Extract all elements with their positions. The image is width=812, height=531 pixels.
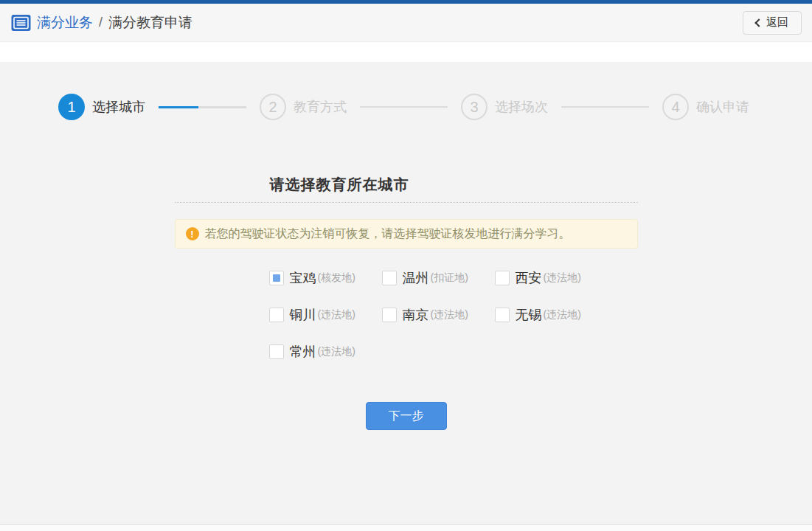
checkbox-unchecked-icon[interactable] [269,308,284,322]
city-options-grid: 宝鸡 (核发地) 温州 (扣证地) 西安 (违法地) 铜川 (违法地) 南京 [269,268,616,379]
step-1-circle: 1 [58,94,85,120]
back-button[interactable]: 返回 [743,11,802,35]
step-connector-3 [561,106,649,108]
app-header: 满分业务 / 满分教育申请 返回 [0,4,812,42]
page-title: 请选择教育所在城市 [270,175,638,195]
step-connector-2 [360,106,448,108]
step-4-confirm: 4 确认申请 [662,94,749,120]
step-3-label: 选择场次 [495,98,548,116]
step-2-circle: 2 [260,94,286,120]
wizard-stepper: 1 选择城市 2 教育方式 3 选择场次 4 确认申请 [0,62,812,120]
warning-exclamation-icon: ! [186,227,199,240]
step-connector-1 [159,106,246,108]
city-name: 宝鸡 [290,269,316,287]
city-option-wuxi[interactable]: 无锡 (违法地) [495,305,608,324]
main-panel: 1 选择城市 2 教育方式 3 选择场次 4 确认申请 请选择教育所在城市 ! … [0,62,812,525]
list-card-icon [11,14,31,32]
next-step-button[interactable]: 下一步 [366,402,447,430]
step-3-select-session: 3 选择场次 [461,94,548,120]
city-name: 铜川 [290,306,316,324]
checkbox-unchecked-icon[interactable] [495,308,510,322]
step-4-circle: 4 [662,94,689,120]
content-area: 请选择教育所在城市 ! 若您的驾驶证状态为注销可恢复，请选择驾驶证核发地进行满分… [175,175,638,430]
step-2-education-mode: 2 教育方式 [260,94,347,120]
back-button-label: 返回 [766,15,788,30]
city-name: 温州 [403,269,429,287]
step-4-label: 确认申请 [696,98,749,116]
notice-text: 若您的驾驶证状态为注销可恢复，请选择驾驶证核发地进行满分学习。 [205,226,571,242]
city-name: 西安 [516,269,542,287]
city-name: 常州 [290,343,316,361]
city-name: 无锡 [516,306,542,324]
chevron-left-icon [754,18,763,27]
city-tag: (核发地) [318,271,355,285]
breadcrumb-separator: / [99,15,103,30]
checkbox-unchecked-icon[interactable] [269,344,284,359]
step-1-label: 选择城市 [92,98,145,116]
step-3-circle: 3 [461,94,487,120]
city-option-tongchuan[interactable]: 铜川 (违法地) [269,305,382,324]
city-tag: (违法地) [544,271,581,285]
breadcrumb-section[interactable]: 满分业务 [37,13,93,32]
step-1-select-city: 1 选择城市 [58,94,145,120]
step-2-label: 教育方式 [294,98,347,116]
dotted-divider [175,202,638,203]
city-option-changzhou[interactable]: 常州 (违法地) [269,342,382,361]
checkbox-unchecked-icon[interactable] [382,271,397,285]
notice-banner: ! 若您的驾驶证状态为注销可恢复，请选择驾驶证核发地进行满分学习。 [175,219,638,249]
button-row: 下一步 [175,402,638,430]
city-option-nanjing[interactable]: 南京 (违法地) [382,305,495,324]
city-tag: (扣证地) [431,271,468,285]
checkbox-unchecked-icon[interactable] [495,271,510,285]
checkbox-unchecked-icon[interactable] [382,308,397,322]
city-tag: (违法地) [318,345,355,358]
city-option-baoji[interactable]: 宝鸡 (核发地) [269,268,382,288]
city-tag: (违法地) [431,308,468,322]
city-option-xian[interactable]: 西安 (违法地) [495,268,608,288]
header-spacer [0,42,812,62]
city-tag: (违法地) [318,308,355,322]
city-tag: (违法地) [544,308,581,322]
breadcrumb: 满分业务 / 满分教育申请 [11,13,192,32]
city-name: 南京 [403,306,429,324]
checkbox-checked-icon[interactable] [269,271,284,285]
breadcrumb-current-page: 满分教育申请 [108,13,192,32]
city-option-wenzhou[interactable]: 温州 (扣证地) [382,268,495,288]
